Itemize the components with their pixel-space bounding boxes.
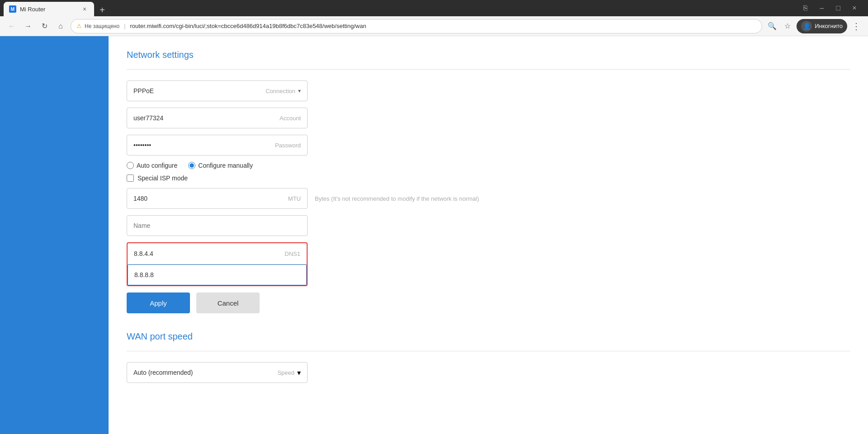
titlebar: M Mi Router × + ⎘ – □ × [0,0,868,16]
connection-label: Connection [266,88,295,94]
name-field-wrapper[interactable] [127,215,308,236]
mtu-row: MTU Bytes (It's not recommended to modif… [127,188,850,209]
back-button[interactable]: ← [5,20,18,33]
minimize-button[interactable]: – [816,2,828,14]
url-bar[interactable]: ⚠ Не защищено | router.miwifi.com/cgi-bi… [71,19,762,33]
speed-label: Speed [277,369,294,376]
reload-button[interactable]: ↻ [38,20,51,33]
special-isp-group: Special ISP mode [127,175,850,182]
mtu-input[interactable] [133,195,301,202]
dns2-row[interactable] [128,264,307,285]
mtu-label: MTU [288,195,301,202]
name-input[interactable] [133,222,301,229]
configure-manually-radio[interactable] [188,162,195,169]
dns-config-radio-group: Auto configure Configure manually [127,162,850,169]
account-group: Account [127,108,479,128]
network-settings-title: Network settings [127,50,850,60]
password-label: Password [275,142,301,149]
password-group: Password [127,135,479,156]
main-layout: Network settings PPPoE Connection ▾ Acco… [0,36,868,434]
cancel-button[interactable]: Cancel [196,292,260,313]
account-input[interactable] [133,114,301,122]
avatar: 👤 [801,21,812,32]
buttons-row: Apply Cancel [127,292,850,313]
address-bar: ← → ↻ ⌂ ⚠ Не защищено | router.miwifi.co… [0,16,868,36]
auto-configure-option[interactable]: Auto configure [127,162,177,169]
search-icon[interactable]: 🔍 [766,20,778,33]
security-warning: Не защищено [85,23,119,29]
dns1-row[interactable]: DNS1 [128,243,307,264]
dns1-input[interactable] [134,250,285,257]
account-label: Account [280,115,301,122]
special-isp-label: Special ISP mode [138,175,188,182]
dns2-input[interactable] [134,271,300,278]
dns1-label: DNS1 [285,250,300,257]
new-tab-button[interactable]: + [96,4,109,16]
auto-configure-radio[interactable] [127,162,134,169]
wan-port-speed-title: WAN port speed [127,331,850,342]
menu-button[interactable]: ⋮ [850,21,863,32]
maximize-button[interactable]: □ [832,2,844,14]
connection-group: PPPoE Connection ▾ [127,80,479,101]
tab-close-button[interactable]: × [81,5,89,13]
connection-dropdown[interactable]: PPPoE Connection ▾ [127,80,308,101]
content-area: Network settings PPPoE Connection ▾ Acco… [109,36,868,434]
password-field[interactable]: Password [127,135,308,156]
dns-box: DNS1 [127,242,308,286]
connection-value: PPPoE [133,87,266,94]
tab-bar: M Mi Router × + [4,0,799,16]
bookmark-icon[interactable]: ☆ [781,20,794,33]
sidebar [0,36,109,434]
speed-value: Auto (recommended) [133,369,277,376]
tab-title: Mi Router [20,6,77,13]
apply-button[interactable]: Apply [127,292,190,313]
wan-section-divider [127,351,850,351]
section-divider [127,69,850,70]
mtu-hint: Bytes (It's not recommended to modify if… [315,195,479,202]
wan-port-speed-section: WAN port speed Auto (recommended) Speed … [127,331,850,383]
configure-manually-label: Configure manually [198,162,253,169]
network-settings-section: Network settings PPPoE Connection ▾ Acco… [127,50,850,313]
active-tab[interactable]: M Mi Router × [4,2,94,16]
mtu-field[interactable]: MTU [127,188,308,209]
cast-icon[interactable]: ⎘ [799,2,812,14]
tab-favicon-icon: M [9,5,16,13]
chevron-down-icon: ▾ [298,88,301,94]
speed-chevron-down-icon: ▾ [297,368,301,377]
speed-dropdown[interactable]: Auto (recommended) Speed ▾ [127,362,308,383]
address-bar-actions: 🔍 ☆ 👤 Инкогнито ⋮ [766,19,863,33]
close-button[interactable]: × [848,2,861,14]
account-field[interactable]: Account [127,108,308,128]
special-isp-checkbox[interactable] [127,175,134,182]
home-button[interactable]: ⌂ [54,20,67,33]
lock-icon: ⚠ [76,23,82,29]
url-text: router.miwifi.com/cgi-bin/luci/;stok=cbc… [130,23,757,29]
forward-button[interactable]: → [22,20,34,33]
incognito-label: Инкогнито [815,23,843,29]
configure-manually-option[interactable]: Configure manually [188,162,253,169]
window-controls: ⎘ – □ × [799,2,864,14]
incognito-button[interactable]: 👤 Инкогнито [797,19,847,33]
auto-configure-label: Auto configure [137,162,177,169]
